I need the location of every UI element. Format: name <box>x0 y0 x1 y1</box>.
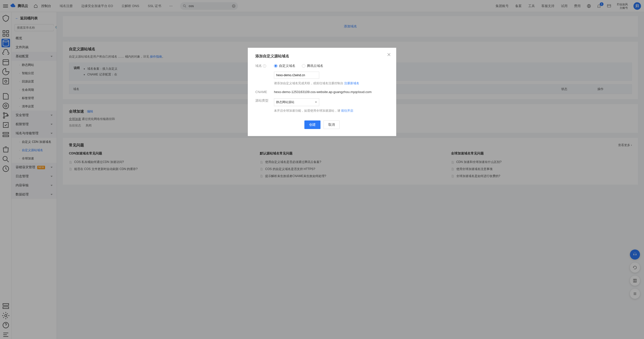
origin-type-hint: 未开启全球加速功能，如需使用全球加速源站，请 前往开启 <box>274 109 389 113</box>
enable-global-link[interactable]: 前往开启 <box>341 109 353 112</box>
radio-dot-icon <box>302 64 305 68</box>
modal-title: 添加自定义源站域名 <box>255 54 389 59</box>
register-domain-link[interactable]: 注册新域名 <box>344 81 359 85</box>
origin-type-select[interactable]: 静态网站源站 <box>274 98 319 106</box>
radio-dot-icon <box>274 64 277 68</box>
create-button[interactable]: 创建 <box>304 120 320 129</box>
domain-input[interactable] <box>274 72 319 79</box>
modal-overlay[interactable]: 添加自定义源站域名 域名 i 自定义域名 腾讯云域名 <box>0 0 644 339</box>
cname-value: hexo-demo-1253163109.cos-website.ap-guan… <box>274 90 389 94</box>
cancel-button[interactable]: 取消 <box>324 120 340 129</box>
radio-tencent-domain[interactable]: 腾讯云域名 <box>302 64 323 68</box>
add-origin-domain-modal: 添加自定义源站域名 域名 i 自定义域名 腾讯云域名 <box>248 48 396 136</box>
info-icon[interactable]: i <box>263 64 266 68</box>
close-icon[interactable] <box>387 52 391 57</box>
label-origin-type: 源站类型 <box>255 98 274 103</box>
label-domain: 域名 i <box>255 64 274 68</box>
label-cname: CNAME <box>255 90 274 94</box>
domain-hint: 请添加自定义域名完成关联，或前往域名注册控制台 注册新域名 <box>274 81 389 86</box>
radio-custom-domain[interactable]: 自定义域名 <box>274 64 295 68</box>
chevron-down-icon <box>315 102 317 103</box>
